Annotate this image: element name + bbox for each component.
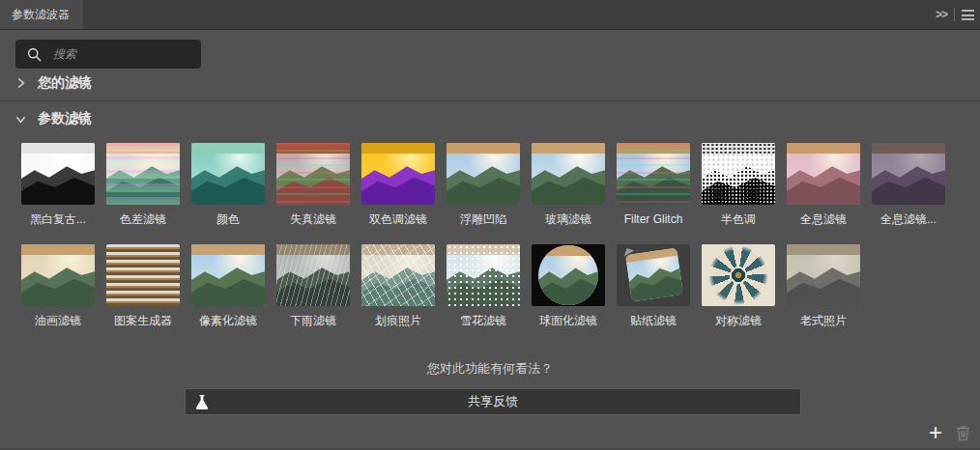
filter-label: 图案生成器: [106, 314, 180, 327]
filter-item[interactable]: 玻璃滤镜: [532, 143, 605, 226]
filter-label: 黑白复古...: [21, 212, 95, 226]
filter-item[interactable]: 老式照片: [787, 244, 860, 327]
filter-item[interactable]: 球面化滤镜: [532, 244, 605, 327]
filter-label: 油画滤镜: [21, 314, 95, 327]
panel-collapse-icon[interactable]: >>: [936, 8, 947, 21]
filter-label: 颜色: [191, 212, 265, 226]
section-your-filters[interactable]: 您的滤镜: [15, 74, 92, 92]
filter-label: 全息滤镜: [787, 212, 860, 226]
filter-item[interactable]: 黑白复古...: [21, 143, 95, 226]
filter-item[interactable]: 浮雕凹陷: [447, 143, 520, 226]
filter-item[interactable]: 色差滤镜: [106, 143, 180, 226]
filters-grid: 黑白复古...色差滤镜颜色失真滤镜双色调滤镜浮雕凹陷玻璃滤镜Filter Gli…: [21, 143, 945, 346]
filter-item[interactable]: 全息滤镜...: [872, 143, 945, 226]
filter-thumbnail: [787, 143, 860, 205]
filter-thumbnail: [447, 143, 520, 205]
section-divider: [0, 100, 980, 101]
filter-row: 黑白复古...色差滤镜颜色失真滤镜双色调滤镜浮雕凹陷玻璃滤镜Filter Gli…: [21, 143, 945, 226]
filter-thumbnail: [532, 143, 605, 205]
filter-thumbnail: [617, 244, 690, 306]
filter-label: 下雨滤镜: [276, 314, 350, 327]
filter-thumbnail: [21, 143, 95, 205]
filter-thumbnail: [361, 244, 435, 306]
filter-label: 玻璃滤镜: [532, 212, 605, 226]
panel-tab-bar: 参数滤波器 >>: [0, 0, 980, 30]
share-feedback-label: 共享反馈: [186, 393, 800, 410]
filter-label: 球面化滤镜: [532, 314, 605, 327]
filter-thumbnail: [361, 143, 435, 205]
filter-label: 失真滤镜: [276, 212, 350, 226]
search-input[interactable]: 搜索: [15, 40, 201, 69]
filter-item[interactable]: 颜色: [191, 143, 265, 226]
tab-parametric-filters[interactable]: 参数滤波器: [0, 0, 83, 29]
filter-label: 像素化滤镜: [191, 314, 265, 327]
add-filter-icon[interactable]: +: [929, 423, 942, 442]
filter-thumbnail: [106, 244, 180, 306]
filter-item[interactable]: 全息滤镜: [787, 143, 860, 226]
search-icon: [27, 47, 42, 62]
filter-item[interactable]: 雪花滤镜: [447, 244, 520, 327]
delete-filter-icon[interactable]: [956, 425, 970, 441]
filter-row: 油画滤镜图案生成器像素化滤镜下雨滤镜划痕照片雪花滤镜球面化滤镜贴纸滤镜对称滤镜老…: [21, 244, 945, 327]
filter-item[interactable]: Filter Glitch: [617, 143, 690, 226]
filter-label: Filter Glitch: [617, 212, 690, 226]
filter-item[interactable]: 双色调滤镜: [361, 143, 435, 226]
flask-icon: [195, 394, 209, 410]
filter-thumbnail: [787, 244, 860, 306]
filter-thumbnail: [191, 143, 265, 205]
section-title: 您的滤镜: [38, 74, 92, 92]
filter-item[interactable]: 油画滤镜: [21, 244, 95, 327]
filter-item[interactable]: 半色调: [702, 143, 775, 226]
filter-thumbnail: [702, 143, 775, 205]
filter-thumbnail: [191, 244, 265, 306]
chevron-down-icon: [15, 115, 26, 124]
filter-thumbnail: [276, 244, 350, 306]
tabbar-divider: [954, 8, 955, 21]
filter-thumbnail: [447, 244, 520, 306]
filter-label: 老式照片: [787, 314, 860, 327]
filter-thumbnail: [617, 143, 690, 205]
filter-item[interactable]: 下雨滤镜: [276, 244, 350, 327]
filter-item[interactable]: 像素化滤镜: [191, 244, 265, 327]
section-title: 参数滤镜: [38, 110, 92, 127]
filter-thumbnail: [276, 143, 350, 205]
section-parametric-filters[interactable]: 参数滤镜: [15, 110, 92, 127]
filter-label: 对称滤镜: [702, 314, 775, 327]
parametric-filters-panel: 参数滤波器 >> 搜索 您的滤镜 参数滤镜 黑白复古...色差滤镜颜色失真滤镜双…: [0, 0, 980, 450]
filter-label: 双色调滤镜: [361, 212, 435, 226]
filter-label: 全息滤镜...: [872, 212, 945, 226]
chevron-right-icon: [15, 77, 26, 89]
filter-item[interactable]: 失真滤镜: [276, 143, 350, 226]
filter-thumbnail: [702, 244, 775, 306]
search-placeholder: 搜索: [53, 46, 76, 63]
filter-item[interactable]: 对称滤镜: [702, 244, 775, 327]
filter-thumbnail: [532, 244, 605, 306]
filter-thumbnail: [872, 143, 945, 205]
panel-menu-icon[interactable]: [962, 10, 974, 20]
filter-thumbnail: [106, 143, 180, 205]
filter-label: 划痕照片: [361, 314, 435, 327]
feedback-prompt: 您对此功能有何看法？: [0, 360, 980, 378]
filter-label: 色差滤镜: [106, 212, 180, 226]
filter-label: 贴纸滤镜: [617, 314, 690, 327]
filter-label: 半色调: [702, 212, 775, 226]
filter-item[interactable]: 图案生成器: [106, 244, 180, 327]
filter-item[interactable]: 划痕照片: [361, 244, 435, 327]
filter-label: 雪花滤镜: [447, 314, 520, 327]
filter-item[interactable]: 贴纸滤镜: [617, 244, 690, 327]
filter-label: 浮雕凹陷: [447, 212, 520, 226]
filter-thumbnail: [21, 244, 95, 306]
share-feedback-button[interactable]: 共享反馈: [185, 388, 801, 415]
